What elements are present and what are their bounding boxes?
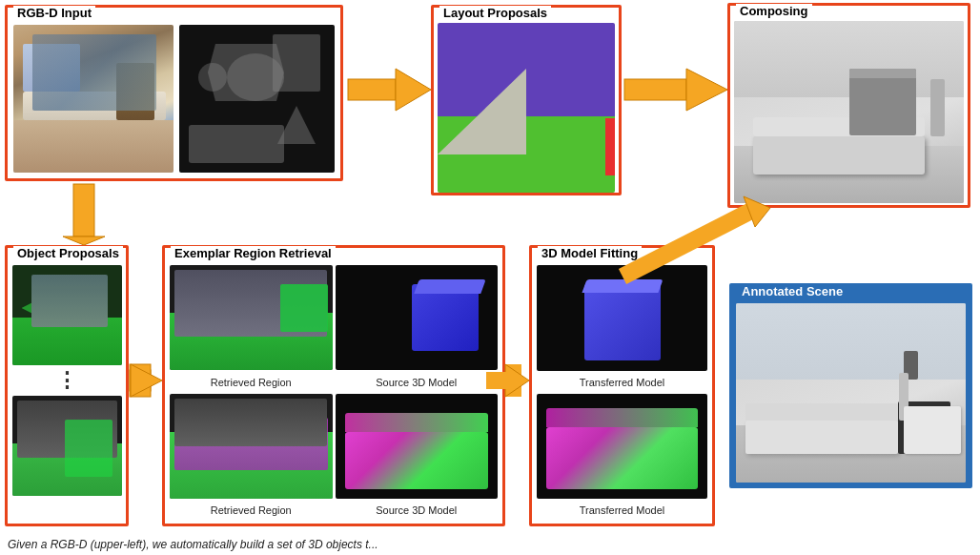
model-fitting-panel: 3D Model Fitting Transferred Model Trans…	[529, 245, 715, 526]
annotated-scene-panel: Annotated Scene	[729, 283, 972, 488]
source-3d-label-2: Source 3D Model	[336, 502, 499, 519]
svg-rect-11	[507, 370, 521, 391]
object-proposal-bottom	[12, 396, 122, 496]
source-3d-model-top	[336, 265, 499, 370]
object-proposal-top	[12, 265, 122, 365]
svg-rect-9	[131, 370, 150, 391]
composing-panel: Composing	[727, 3, 970, 208]
model-fitting-title: 3D Model Fitting	[538, 246, 642, 260]
retrieved-region-label-1: Retrieved Region	[170, 374, 333, 391]
transferred-model-bottom	[537, 394, 707, 500]
retrieved-region-label-2: Retrieved Region	[170, 502, 333, 519]
source-3d-model-bottom	[336, 394, 499, 499]
composing-title: Composing	[736, 4, 812, 18]
svg-rect-3	[624, 79, 686, 100]
ellipsis: ⋮	[56, 370, 77, 391]
bedroom-depth-image	[179, 25, 335, 173]
object-proposals-panel: Object Proposals ⋮	[5, 245, 129, 526]
bedroom-rgb-image	[13, 25, 174, 173]
annotated-scene-title: Annotated Scene	[738, 284, 847, 298]
composing-image	[734, 21, 964, 203]
annotated-scene-image	[736, 303, 966, 483]
transferred-model-top	[537, 265, 707, 371]
exemplar-retrieval-panel: Exemplar Region Retrieval Retrieved Regi…	[162, 245, 505, 526]
rgb-input-panel: RGB-D Input	[5, 5, 343, 181]
source-3d-label-1: Source 3D Model	[336, 374, 499, 391]
layout-proposals-image	[438, 23, 615, 193]
svg-marker-13	[505, 364, 529, 397]
svg-rect-7	[130, 370, 151, 391]
svg-rect-8	[130, 364, 151, 397]
layout-proposals-panel: Layout Proposals	[431, 5, 622, 195]
svg-marker-4	[686, 69, 727, 111]
transferred-model-label-2: Transferred Model	[537, 502, 707, 519]
object-proposals-title: Object Proposals	[13, 246, 123, 260]
retrieved-region-bottom	[170, 394, 333, 499]
transferred-model-label-1: Transferred Model	[537, 374, 707, 391]
svg-rect-12	[505, 364, 521, 397]
svg-rect-1	[348, 79, 396, 100]
svg-marker-10	[131, 364, 162, 397]
exemplar-retrieval-title: Exemplar Region Retrieval	[171, 246, 336, 260]
footer-caption: Given a RGB-D (upper-left), we automatic…	[0, 536, 980, 553]
svg-rect-5	[73, 184, 94, 236]
layout-proposals-title: Layout Proposals	[439, 6, 551, 20]
svg-marker-6	[63, 236, 105, 245]
svg-marker-2	[396, 69, 431, 111]
rgb-input-title: RGB-D Input	[13, 6, 95, 20]
retrieved-region-top	[170, 265, 333, 370]
